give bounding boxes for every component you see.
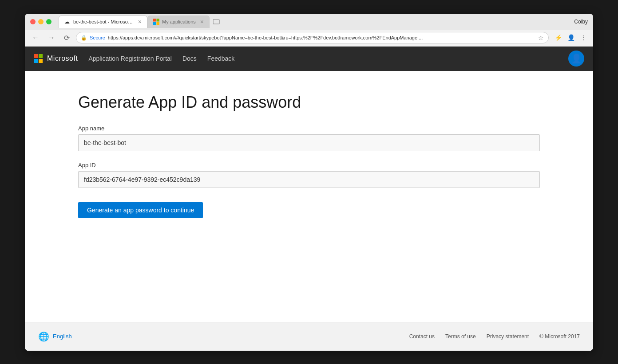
footer: 🌐 English Contact us Terms of use Privac…	[25, 322, 593, 351]
tab2-title: My applications	[162, 19, 196, 24]
contact-us-link[interactable]: Contact us	[409, 333, 435, 340]
page-title: Generate App ID and password	[78, 93, 540, 112]
ms-logo-blue	[34, 59, 38, 63]
app-name-label: App name	[78, 125, 540, 132]
maximize-traffic-light[interactable]	[46, 19, 52, 24]
secure-lock-icon: 🔒	[81, 35, 87, 41]
copyright-text: © Microsoft 2017	[539, 333, 580, 340]
terms-of-use-link[interactable]: Terms of use	[445, 333, 476, 340]
privacy-statement-link[interactable]: Privacy statement	[487, 333, 529, 340]
url-bar[interactable]: 🔒 Secure https://apps.dev.microsoft.com/…	[76, 32, 549, 43]
svg-rect-2	[153, 22, 156, 25]
title-bar-user: Colby	[574, 19, 588, 25]
close-traffic-light[interactable]	[30, 19, 36, 24]
title-bar: ☁ be-the-best-bot - Microsoft A × My app…	[25, 14, 593, 30]
ms-brand-name: Microsoft	[47, 55, 78, 63]
tab1-favicon: ☁	[64, 19, 71, 25]
app-name-group: App name	[78, 125, 540, 151]
nav-header: Microsoft Application Registration Porta…	[25, 47, 593, 71]
traffic-lights	[30, 19, 52, 24]
back-button[interactable]: ←	[29, 33, 42, 43]
nav-right: 👤	[568, 51, 584, 67]
tab1-close-button[interactable]: ×	[138, 19, 142, 25]
new-tab-button[interactable]	[211, 19, 222, 28]
app-id-input[interactable]	[78, 171, 540, 188]
tab2-close-button[interactable]: ×	[200, 19, 204, 25]
app-id-group: App ID	[78, 162, 540, 188]
app-id-label: App ID	[78, 162, 540, 168]
generate-password-button[interactable]: Generate an app password to continue	[78, 202, 203, 218]
ms-logo-red	[34, 54, 38, 58]
svg-rect-4	[213, 20, 219, 24]
page-content: Microsoft Application Registration Porta…	[25, 47, 593, 351]
browser-tab-1[interactable]: ☁ be-the-best-bot - Microsoft A ×	[59, 16, 147, 28]
user-icon[interactable]: 👤	[565, 33, 577, 42]
user-avatar-icon: 👤	[571, 53, 582, 64]
ms-logo: Microsoft	[34, 54, 78, 63]
bookmark-icon[interactable]: ☆	[538, 34, 544, 41]
svg-rect-1	[157, 19, 160, 22]
nav-docs-link[interactable]: Docs	[182, 55, 197, 62]
browser-tab-2[interactable]: My applications ×	[147, 16, 210, 28]
browser-actions: ⚡ 👤 ⋮	[552, 33, 589, 42]
ms-logo-squares	[34, 54, 43, 63]
ms-logo-yellow	[39, 59, 43, 63]
language-selector[interactable]: English	[53, 333, 72, 340]
user-avatar[interactable]: 👤	[568, 51, 584, 67]
tab2-favicon	[153, 19, 159, 25]
menu-icon[interactable]: ⋮	[578, 33, 589, 42]
refresh-button[interactable]: ⟳	[61, 33, 72, 43]
nav-feedback-link[interactable]: Feedback	[207, 55, 234, 62]
forward-button[interactable]: →	[45, 33, 58, 43]
globe-icon: 🌐	[38, 331, 49, 342]
app-name-input[interactable]	[78, 134, 540, 151]
extensions-icon[interactable]: ⚡	[552, 33, 564, 42]
secure-label: Secure	[90, 35, 105, 40]
nav-portal-name: Application Registration Portal	[88, 55, 172, 62]
browser-window: ☁ be-the-best-bot - Microsoft A × My app…	[25, 14, 593, 351]
svg-rect-0	[153, 19, 156, 22]
minimize-traffic-light[interactable]	[38, 19, 44, 24]
address-bar: ← → ⟳ 🔒 Secure https://apps.dev.microsof…	[25, 30, 593, 47]
svg-rect-3	[157, 22, 160, 25]
tab1-title: be-the-best-bot - Microsoft A	[73, 19, 134, 24]
ms-logo-green	[39, 54, 43, 58]
main-content: Generate App ID and password App name Ap…	[25, 71, 593, 322]
footer-right: Contact us Terms of use Privacy statemen…	[409, 333, 580, 340]
url-text: https://apps.dev.microsoft.com/#/quickst…	[108, 35, 423, 40]
footer-left: 🌐 English	[38, 331, 72, 342]
tab-bar: ☁ be-the-best-bot - Microsoft A × My app…	[59, 16, 570, 28]
url-actions: ☆	[538, 34, 544, 41]
